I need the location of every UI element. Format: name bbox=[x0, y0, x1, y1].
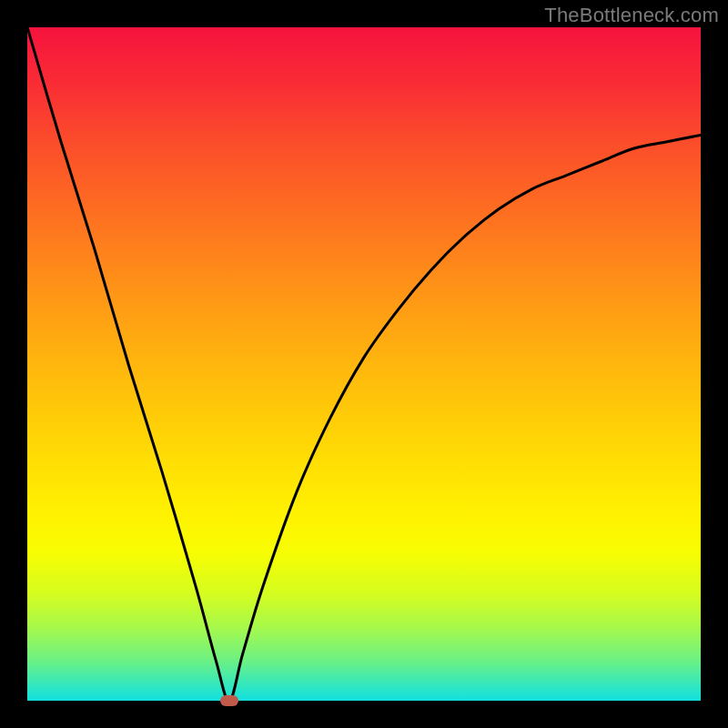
minimum-marker bbox=[220, 695, 238, 706]
plot-area bbox=[27, 27, 701, 701]
bottleneck-curve bbox=[27, 27, 701, 701]
watermark-text: TheBottleneck.com bbox=[544, 4, 719, 27]
curve-svg bbox=[27, 27, 701, 701]
chart-frame: TheBottleneck.com bbox=[0, 0, 728, 728]
